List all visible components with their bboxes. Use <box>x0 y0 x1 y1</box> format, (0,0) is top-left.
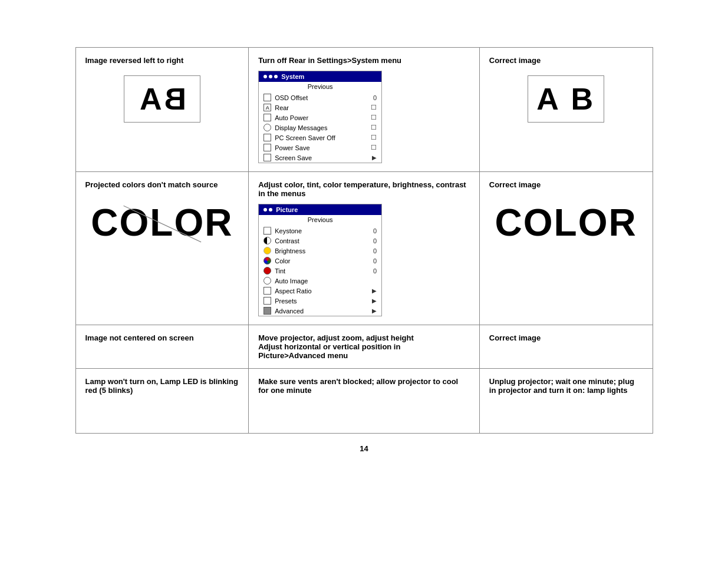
advanced-arrow: ▶ <box>372 308 377 314</box>
row4-solution-text: Make sure vents aren't blocked; allow pr… <box>258 377 470 395</box>
row3-solution-line2: Adjust horizontal or vertical position i… <box>258 342 470 351</box>
screensave-arrow: ▶ <box>372 154 377 161</box>
picture-menu-color: Color 0 <box>259 256 381 266</box>
powersave-label: Power Save <box>275 144 367 151</box>
system-menu-item-autopower: Auto Power ☐ <box>259 113 381 123</box>
system-menu-item-powersave: Power Save ☐ <box>259 143 381 153</box>
menu-dot-1 <box>263 75 267 78</box>
advanced-icon <box>263 307 271 315</box>
color-problem-display: COLOR <box>85 201 239 244</box>
page-number: 14 <box>360 444 368 453</box>
color-icon <box>263 257 271 265</box>
picture-menu-aspect: Aspect Ratio ▶ <box>259 286 381 296</box>
row2-problem-title: Projected colors don't match source <box>85 180 239 189</box>
autoimage-label: Auto Image <box>275 277 373 285</box>
display-label: Display Messages <box>275 124 367 131</box>
troubleshooting-table: Image reversed left to right BA Turn off… <box>75 47 653 434</box>
row4-problem-cell: Lamp won't turn on, Lamp LED is blinking… <box>75 369 249 434</box>
picture-menu-header: Picture <box>259 204 381 215</box>
row4-correct-text: Unplug projector; wait one minute; plug … <box>489 377 643 395</box>
row3-problem-title: Image not centered on screen <box>85 333 239 342</box>
contrast-icon <box>263 237 271 244</box>
brightness-icon <box>263 247 271 254</box>
row2-correct-title: Correct image <box>489 180 643 189</box>
color-word-problem: COLOR <box>85 201 239 244</box>
aspect-label: Aspect Ratio <box>275 287 368 295</box>
row1-correct-cell: Correct image A B <box>479 48 653 172</box>
presets-arrow: ▶ <box>372 297 377 304</box>
color-word-correct: COLOR <box>489 201 643 244</box>
autoimage-icon <box>263 277 271 285</box>
keystone-value: 0 <box>373 227 377 234</box>
autopower-label: Auto Power <box>275 114 367 121</box>
row3-solution-line1: Move projector, adjust zoom, adjust heig… <box>258 333 470 342</box>
presets-icon <box>263 297 271 305</box>
menu-dot-2 <box>269 75 272 78</box>
keystone-icon <box>263 227 271 234</box>
picture-menu-label: Picture <box>276 206 298 213</box>
row2-problem-cell: Projected colors don't match source COLO… <box>75 172 249 325</box>
picture-menu-previous: Previous <box>259 215 381 226</box>
picture-dot-1 <box>263 208 267 211</box>
autopower-icon <box>263 114 271 121</box>
display-value: ☐ <box>371 124 377 131</box>
system-menu-screenshot: System Previous OSD Offset 0 A Rear ☐ Au… <box>258 71 382 163</box>
menu-dot-3 <box>274 75 278 78</box>
keystone-label: Keystone <box>275 227 370 234</box>
color-value: 0 <box>373 257 377 265</box>
picture-menu-screenshot: Picture Previous Keystone 0 Contrast 0 B… <box>258 204 382 316</box>
powersave-value: ☐ <box>371 144 377 151</box>
row3-correct-title: Correct image <box>489 333 643 342</box>
row1-solution-title: Turn off Rear in Settings>System menu <box>258 56 470 65</box>
row2-solution-title: Adjust color, tint, color temperature, b… <box>258 180 470 198</box>
system-menu-item-display: Display Messages ☐ <box>259 123 381 133</box>
contrast-label: Contrast <box>275 237 370 244</box>
correct-image-box: A B <box>528 75 604 123</box>
rear-icon: A <box>263 104 271 111</box>
advanced-label: Advanced <box>275 308 368 315</box>
row4-problem-title: Lamp won't turn on, Lamp LED is blinking… <box>85 377 239 395</box>
pcsaver-label: PC Screen Saver Off <box>275 134 367 141</box>
system-menu-item-rear: A Rear ☐ <box>259 103 381 113</box>
rear-value: ☐ <box>371 104 377 111</box>
row1-correct-title: Correct image <box>489 56 643 65</box>
row1-problem-cell: Image reversed left to right BA <box>75 48 249 172</box>
picture-menu-brightness: Brightness 0 <box>259 246 381 256</box>
pcsaver-value: ☐ <box>371 134 377 141</box>
picture-menu-presets: Presets ▶ <box>259 296 381 306</box>
reversed-image-box: BA <box>124 75 200 123</box>
system-menu-item-screensave: Screen Save ▶ <box>259 153 381 163</box>
system-menu-item-osd: OSD Offset 0 <box>259 92 381 103</box>
picture-menu-autoimage: Auto Image <box>259 276 381 286</box>
osd-icon <box>263 94 271 101</box>
picture-menu-keystone: Keystone 0 <box>259 226 381 236</box>
row3-solution-line3: Picture>Advanced menu <box>258 351 470 360</box>
aspect-icon <box>263 287 271 295</box>
osd-value: 0 <box>373 94 377 101</box>
picture-menu-dots <box>263 208 272 211</box>
tint-icon <box>263 267 271 275</box>
row1-problem-title: Image reversed left to right <box>85 56 239 65</box>
rear-label: Rear <box>275 104 367 111</box>
brightness-value: 0 <box>373 247 377 254</box>
correct-letters: A B <box>536 81 595 117</box>
picture-menu-contrast: Contrast 0 <box>259 236 381 246</box>
row3-correct-cell: Correct image <box>479 325 653 369</box>
osd-label: OSD Offset <box>275 94 370 101</box>
system-menu-header: System <box>259 71 381 82</box>
brightness-label: Brightness <box>275 247 370 254</box>
menu-dots <box>263 75 278 78</box>
color-label: Color <box>275 257 370 265</box>
row4-solution-cell: Make sure vents aren't blocked; allow pr… <box>249 369 480 434</box>
row1-solution-cell: Turn off Rear in Settings>System menu Sy… <box>249 48 480 172</box>
row3-problem-cell: Image not centered on screen <box>75 325 249 369</box>
row2-correct-cell: Correct image COLOR <box>479 172 653 325</box>
presets-label: Presets <box>275 297 368 305</box>
picture-menu-advanced: Advanced ▶ <box>259 306 381 316</box>
color-correct-display: COLOR <box>489 201 643 244</box>
picture-menu-tint: Tint 0 <box>259 266 381 276</box>
row4-correct-cell: Unplug projector; wait one minute; plug … <box>479 369 653 434</box>
tint-value: 0 <box>373 267 377 275</box>
pcsaver-icon <box>263 134 271 141</box>
system-menu-item-pcsaver: PC Screen Saver Off ☐ <box>259 133 381 143</box>
